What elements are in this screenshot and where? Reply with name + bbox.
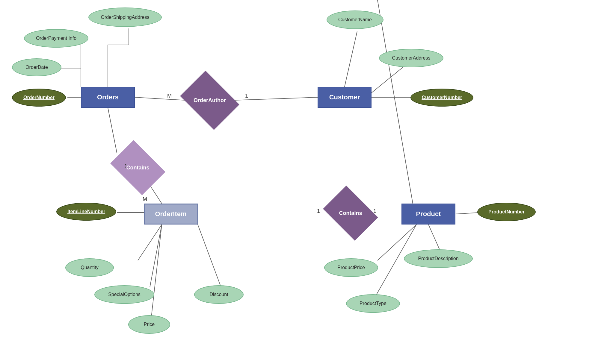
svg-line-10 — [455, 213, 479, 214]
ellipse-price: Price — [128, 315, 170, 334]
svg-line-6 — [108, 108, 117, 153]
ellipse-customeraddress: CustomerAddress — [379, 49, 443, 67]
ellipse-specialoptions: SpecialOptions — [94, 285, 154, 304]
customeraddress-label: CustomerAddress — [392, 55, 430, 61]
quantity-label: Quantity — [81, 265, 99, 270]
ellipse-orderdate: OrderDate — [12, 58, 61, 76]
ellipse-discount: Discount — [194, 285, 244, 304]
productprice-label: ProductPrice — [337, 265, 365, 270]
entity-orders-label: Orders — [97, 93, 119, 101]
entity-product-label: Product — [416, 210, 441, 218]
ordershippingaddress-label: OrderShippingAddress — [101, 15, 150, 20]
ellipse-itemlinenumber: ItemLineNumber — [56, 203, 116, 221]
orderpaymentinfo-label: OrderPayment Info — [36, 36, 76, 41]
productdescription-label: ProductDescription — [418, 256, 458, 261]
cardinality-m2: M — [143, 196, 147, 202]
entity-orders: Orders — [81, 87, 135, 108]
svg-line-13 — [378, 0, 416, 225]
diamond-contains2-label: Contains — [339, 210, 362, 216]
productnumber-label: ProductNumber — [488, 209, 525, 215]
ellipse-ordernumber: OrderNumber — [12, 89, 66, 107]
ellipse-ordershippingaddress: OrderShippingAddress — [88, 7, 162, 27]
diagram-lines — [0, 0, 610, 364]
svg-line-1 — [135, 97, 186, 100]
diamond-contains2: Contains — [328, 197, 373, 230]
ellipse-producttype: ProductType — [346, 294, 400, 313]
discount-label: Discount — [209, 292, 228, 297]
producttype-label: ProductType — [360, 301, 386, 306]
ellipse-quantity: Quantity — [65, 258, 114, 277]
ordernumber-label: OrderNumber — [23, 95, 55, 100]
diamond-contains1: Contains — [115, 151, 160, 184]
ellipse-customernumber: CustomerNumber — [410, 89, 473, 107]
ellipse-productdescription: ProductDescription — [404, 249, 473, 268]
cardinality-1d: 1 — [373, 208, 376, 214]
specialoptions-label: SpecialOptions — [108, 292, 141, 297]
cardinality-1a: 1 — [245, 93, 248, 99]
ellipse-customername: CustomerName — [327, 10, 383, 29]
diamond-orderauthor-label: OrderAuthor — [194, 97, 226, 104]
diamond-contains1-label: Contains — [126, 165, 149, 171]
entity-product: Product — [401, 204, 455, 225]
ellipse-productprice: ProductPrice — [324, 258, 378, 277]
entity-customer-label: Customer — [329, 93, 360, 101]
entity-orderitem-label: OrderItem — [155, 210, 186, 218]
er-diagram: Orders Customer Product OrderItem OrderA… — [0, 0, 610, 364]
entity-customer: Customer — [318, 87, 372, 108]
ellipse-orderpaymentinfo: OrderPayment Info — [24, 29, 88, 48]
svg-line-16 — [150, 225, 162, 287]
itemlinenumber-label: ItemLineNumber — [67, 209, 105, 214]
ellipse-productnumber: ProductNumber — [477, 203, 536, 221]
price-label: Price — [144, 322, 155, 327]
svg-line-17 — [151, 225, 162, 317]
orderdate-label: OrderDate — [25, 65, 48, 70]
svg-line-15 — [138, 225, 162, 260]
cardinality-1c: 1 — [317, 208, 320, 214]
entity-orderitem: OrderItem — [144, 204, 198, 225]
customernumber-label: CustomerNumber — [422, 95, 462, 100]
svg-line-12 — [428, 225, 440, 251]
svg-line-3 — [345, 31, 357, 87]
cardinality-m1: M — [167, 93, 172, 99]
diamond-orderauthor: OrderAuthor — [186, 82, 234, 118]
customername-label: CustomerName — [338, 17, 372, 22]
svg-line-18 — [198, 225, 221, 287]
